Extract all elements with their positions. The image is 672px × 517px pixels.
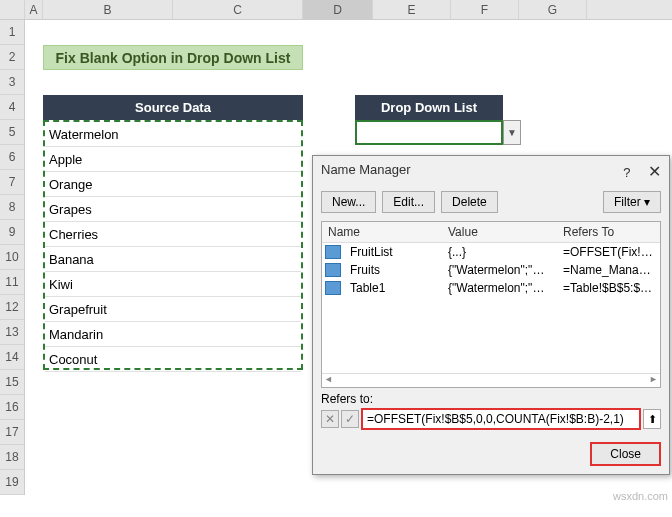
col-b[interactable]: B [43,0,173,19]
col-d[interactable]: D [303,0,373,19]
row-17[interactable]: 17 [0,420,24,445]
row-4[interactable]: 4 [0,95,24,120]
page-title: Fix Blank Option in Drop Down List [43,45,303,70]
list-item[interactable]: Watermelon [45,122,301,147]
column-headers: A B C D E F G [0,0,672,20]
list-item[interactable]: Cherries [45,222,301,247]
refers-to-input[interactable] [361,408,641,430]
list-item[interactable]: Coconut [45,347,301,372]
help-icon[interactable]: ? [623,165,630,180]
close-button[interactable]: Close [590,442,661,466]
col-e[interactable]: E [373,0,451,19]
row-12[interactable]: 12 [0,295,24,320]
delete-button[interactable]: Delete [441,191,498,213]
row-19[interactable]: 19 [0,470,24,495]
col-header-refers[interactable]: Refers To [557,222,660,242]
list-item[interactable]: Grapes [45,197,301,222]
close-icon[interactable]: ✕ [648,163,661,180]
row-11[interactable]: 11 [0,270,24,295]
list-item[interactable]: Kiwi [45,272,301,297]
row-18[interactable]: 18 [0,445,24,470]
list-item[interactable]: Grapefruit [45,297,301,322]
horizontal-scrollbar[interactable]: ◄► [322,373,660,387]
row-9[interactable]: 9 [0,220,24,245]
list-item[interactable]: Apple [45,147,301,172]
list-item[interactable]: Banana [45,247,301,272]
name-row[interactable]: Table1 {"Watermelon";"Ap... =Table!$B$5:… [322,279,660,297]
row-8[interactable]: 8 [0,195,24,220]
row-headers: 1 2 3 4 5 6 7 8 9 10 11 12 13 14 15 16 1… [0,20,25,495]
dropdown-list-header: Drop Down List [355,95,503,120]
row-3[interactable]: 3 [0,70,24,95]
row-6[interactable]: 6 [0,145,24,170]
new-button[interactable]: New... [321,191,376,213]
source-data-header: Source Data [43,95,303,120]
col-c[interactable]: C [173,0,303,19]
range-picker-icon[interactable]: ⬆ [643,409,661,429]
list-item[interactable]: Orange [45,172,301,197]
col-g[interactable]: G [519,0,587,19]
source-data-range[interactable]: Watermelon Apple Orange Grapes Cherries … [43,120,303,370]
name-row[interactable]: FruitList {...} =OFFSET(Fix!$B$5... [322,243,660,261]
row-2[interactable]: 2 [0,45,24,70]
refers-to-label: Refers to: [321,392,661,406]
range-icon [325,281,341,295]
cancel-edit-icon[interactable]: ✕ [321,410,339,428]
name-list[interactable]: Name Value Refers To FruitList {...} =OF… [321,221,661,388]
row-16[interactable]: 16 [0,395,24,420]
dialog-title: Name Manager [321,162,411,181]
name-row[interactable]: Fruits {"Watermelon";"Ap... =Name_Manage… [322,261,660,279]
accept-edit-icon[interactable]: ✓ [341,410,359,428]
range-icon [325,263,341,277]
name-manager-dialog: Name Manager ? ✕ New... Edit... Delete F… [312,155,670,475]
list-item[interactable]: Mandarin [45,322,301,347]
row-10[interactable]: 10 [0,245,24,270]
row-5[interactable]: 5 [0,120,24,145]
col-f[interactable]: F [451,0,519,19]
row-13[interactable]: 13 [0,320,24,345]
col-a[interactable]: A [25,0,43,19]
row-1[interactable]: 1 [0,20,24,45]
col-header-name[interactable]: Name [322,222,442,242]
filter-button[interactable]: Filter ▾ [603,191,661,213]
range-icon [325,245,341,259]
row-7[interactable]: 7 [0,170,24,195]
row-15[interactable]: 15 [0,370,24,395]
edit-button[interactable]: Edit... [382,191,435,213]
dropdown-cell[interactable] [355,120,503,145]
row-14[interactable]: 14 [0,345,24,370]
dropdown-arrow-icon[interactable]: ▼ [503,120,521,145]
watermark: wsxdn.com [613,490,668,502]
col-header-value[interactable]: Value [442,222,557,242]
